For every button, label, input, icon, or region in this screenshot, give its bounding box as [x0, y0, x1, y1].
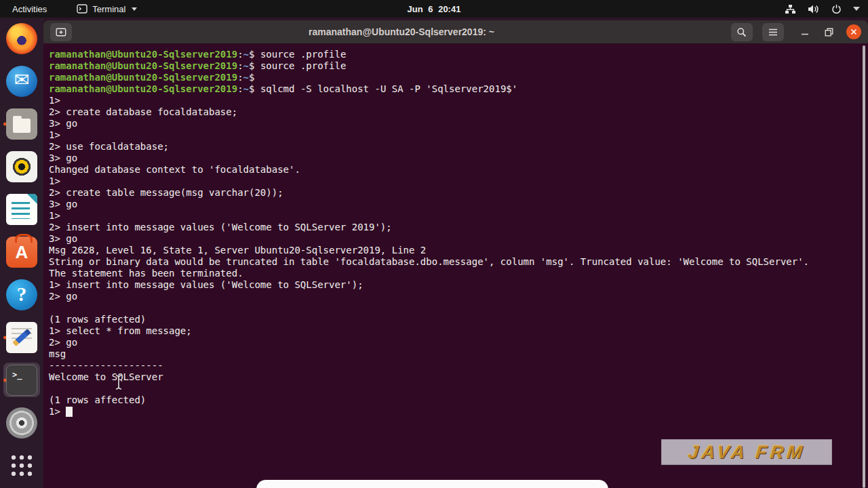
terminal-line: ramanathan@Ubuntu20-Sqlserver2019:~$ sql…: [49, 83, 868, 95]
dock-item-help[interactable]: [3, 277, 40, 312]
terminal-text-segment: Changed database context to 'focaldataba…: [49, 164, 300, 175]
terminal-line: 2> create database focaldatabase;: [49, 106, 868, 118]
terminal-text-segment: 2> go: [49, 337, 77, 348]
terminal-text-segment: 1> insert into message values ('Welcome …: [49, 279, 363, 290]
power-icon: [831, 4, 842, 14]
maximize-button[interactable]: [822, 24, 837, 39]
terminal-text-segment: :: [237, 49, 243, 60]
terminal-line: 1>: [49, 95, 868, 106]
terminal-text-segment: $ sqlcmd -S localhost -U SA -P 'Sqlserve…: [249, 83, 517, 94]
terminal-text-segment: 1>: [49, 210, 60, 221]
hamburger-menu-icon: [768, 28, 778, 36]
terminal-text-segment: 3> go: [49, 118, 77, 129]
terminal-line: 1>: [49, 210, 868, 222]
terminal-text-segment: ~: [243, 83, 249, 94]
dock-item-gedit[interactable]: [3, 320, 40, 354]
terminal-line: The statement has been terminated.: [49, 268, 868, 279]
rhythmbox-icon: [6, 151, 37, 182]
bottom-popup-edge: [256, 480, 608, 488]
watermark-text: JAVA FRM: [687, 442, 806, 463]
terminal-line: 2> create table message(msg varchar(20))…: [49, 187, 868, 199]
terminal-line: 3> go: [49, 233, 868, 245]
menu-button[interactable]: [762, 23, 784, 41]
terminal-text-segment: 1>: [49, 129, 60, 140]
maximize-icon: [825, 28, 833, 37]
terminal-line: 1> insert into message values ('Welcome …: [49, 279, 868, 291]
terminal-line: (1 rows affected): [49, 394, 868, 406]
terminal-text-segment: Welcome to SQLServer: [49, 371, 163, 382]
terminal-output: ramanathan@Ubuntu20-Sqlserver2019:~$ sou…: [49, 49, 868, 418]
terminal-text-segment: ramanathan@Ubuntu20-Sqlserver2019: [49, 72, 237, 83]
dock-item-thunderbird[interactable]: [3, 64, 40, 98]
files-icon: [6, 108, 37, 140]
volume-icon: [808, 4, 820, 14]
window-titlebar[interactable]: ramanathan@Ubuntu20-Sqlserver2019: ~: [43, 20, 868, 43]
menu-chevron-icon: [853, 7, 860, 12]
dock-item-files[interactable]: [3, 106, 40, 141]
activities-button[interactable]: Activities: [9, 3, 50, 16]
clock[interactable]: Jun 6 20:41: [408, 4, 461, 14]
dock-item-software[interactable]: [3, 235, 40, 269]
network-icon: [785, 4, 796, 14]
terminal-text-segment: Msg 2628, Level 16, State 1, Server Ubun…: [49, 245, 426, 256]
terminal-text-segment: ~: [243, 49, 249, 60]
terminal-text-segment: The statement has been terminated.: [49, 268, 243, 279]
terminal-line: [49, 383, 868, 394]
terminal-line: Msg 2628, Level 16, State 1, Server Ubun…: [49, 245, 868, 256]
terminal-text-segment: 1>: [49, 95, 60, 106]
terminal-line: 1>: [49, 406, 868, 418]
terminal-text-segment: $ source .profile: [249, 60, 346, 71]
close-button[interactable]: [846, 24, 861, 39]
terminal-line: 3> go: [49, 199, 868, 210]
terminal-line: Changed database context to 'focaldataba…: [49, 164, 868, 176]
terminal-text-segment: ramanathan@Ubuntu20-Sqlserver2019: [49, 60, 237, 71]
terminal-text-segment: 1> select * from message;: [49, 325, 192, 336]
dock-item-disc[interactable]: [3, 405, 40, 440]
dock-item-rhythmbox[interactable]: [3, 149, 40, 184]
terminal-body[interactable]: ramanathan@Ubuntu20-Sqlserver2019:~$ sou…: [43, 43, 868, 488]
terminal-line: 1>: [49, 129, 868, 141]
terminal-text-segment: :: [237, 72, 243, 83]
terminal-line: 2> go: [49, 291, 868, 302]
terminal-text-segment: 2> use focaldatabase;: [49, 141, 169, 152]
firefox-icon: [6, 23, 37, 54]
search-button[interactable]: [731, 23, 753, 41]
grid-icon: [6, 450, 37, 481]
app-menu-label: Terminal: [92, 4, 125, 14]
app-menu[interactable]: Terminal: [77, 4, 137, 14]
new-tab-button[interactable]: [50, 23, 72, 41]
terminal-text-segment: (1 rows affected): [49, 394, 146, 405]
terminal-line: [49, 302, 868, 314]
terminal-line: ramanathan@Ubuntu20-Sqlserver2019:~$ sou…: [49, 49, 868, 60]
top-bar: Activities Terminal Jun 6 20:41: [0, 0, 868, 18]
terminal-text-segment: $ source .profile: [249, 49, 346, 60]
terminal-icon: [6, 365, 37, 396]
new-tab-icon: [56, 27, 66, 37]
terminal-text-segment: ramanathan@Ubuntu20-Sqlserver2019: [49, 49, 237, 60]
terminal-line: --------------------: [49, 360, 868, 371]
terminal-text-segment: ramanathan@Ubuntu20-Sqlserver2019: [49, 83, 237, 94]
terminal-text-segment: 3> go: [49, 233, 77, 244]
terminal-text-segment: --------------------: [49, 360, 163, 371]
watermark-badge: JAVA FRM: [661, 439, 832, 465]
terminal-window: ramanathan@Ubuntu20-Sqlserver2019: ~: [43, 20, 868, 488]
terminal-text-segment: (1 rows affected): [49, 314, 146, 325]
terminal-line: 1> select * from message;: [49, 325, 868, 337]
terminal-cursor: [66, 407, 73, 417]
terminal-scrollbar[interactable]: [863, 45, 865, 488]
dock-item-grid[interactable]: [3, 448, 40, 483]
dock-item-terminal[interactable]: [3, 363, 40, 397]
minimize-button[interactable]: [797, 24, 812, 39]
dock-item-writer[interactable]: [3, 192, 40, 226]
terminal-text-segment: 2> create table message(msg varchar(20))…: [49, 187, 283, 198]
writer-icon: [6, 194, 37, 225]
dock-item-firefox[interactable]: [3, 21, 40, 56]
help-icon: [6, 279, 37, 310]
terminal-app-icon: [77, 4, 87, 14]
terminal-text-segment: 3> go: [49, 199, 77, 209]
system-tray[interactable]: [785, 4, 860, 14]
chevron-down-icon: [132, 7, 137, 11]
terminal-line: 2> use focaldatabase;: [49, 141, 868, 152]
window-title: ramanathan@Ubuntu20-Sqlserver2019: ~: [309, 26, 494, 37]
terminal-text-segment: 2> insert into message values ('Welcome …: [49, 222, 392, 232]
